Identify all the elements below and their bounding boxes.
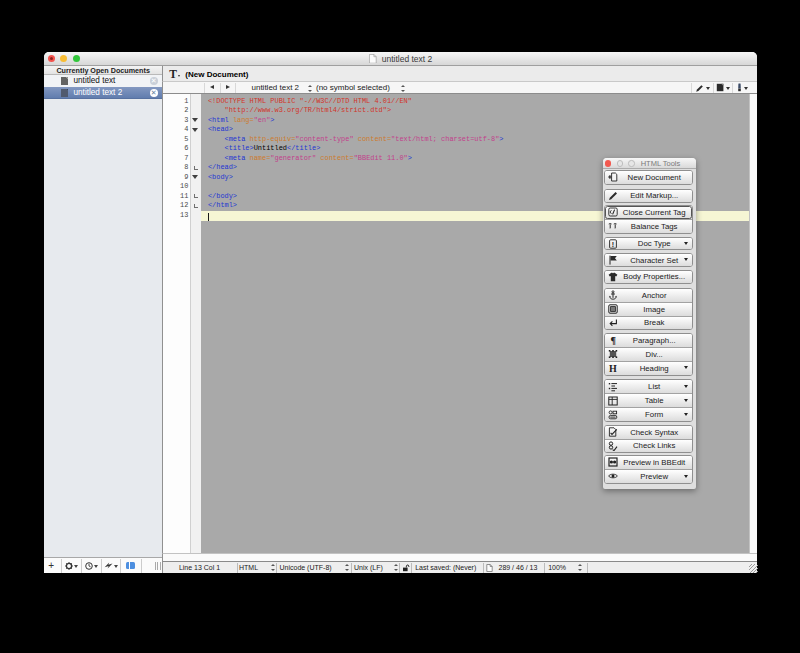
svg-text:!: !: [612, 240, 614, 247]
